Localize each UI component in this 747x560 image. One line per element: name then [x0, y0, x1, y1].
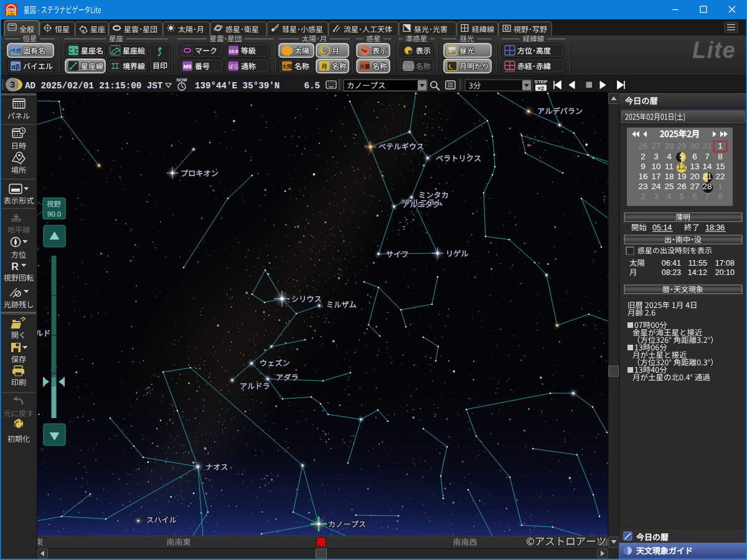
svg-text:20:10: 20:10: [715, 268, 735, 277]
svg-text:7: 7: [705, 152, 710, 161]
svg-text:3: 3: [10, 79, 15, 90]
svg-text:06:41: 06:41: [662, 259, 681, 268]
svg-text:1: 1: [718, 182, 723, 191]
svg-text:11: 11: [665, 162, 674, 171]
svg-text:05:14: 05:14: [652, 223, 672, 232]
svg-text:25: 25: [664, 182, 674, 191]
svg-text:Lite: Lite: [7, 12, 15, 16]
svg-text:7: 7: [705, 192, 710, 201]
svg-text:20: 20: [690, 172, 699, 181]
svg-text:11:55: 11:55: [688, 259, 707, 268]
svg-text:18: 18: [664, 172, 674, 181]
svg-text:19: 19: [677, 172, 686, 181]
svg-text:28: 28: [702, 182, 712, 191]
svg-text:26: 26: [677, 182, 686, 191]
svg-text:6: 6: [692, 192, 697, 201]
svg-text:M8: M8: [183, 63, 191, 70]
svg-text:26: 26: [638, 141, 647, 151]
svg-text:×2: ×2: [538, 85, 544, 91]
svg-text:29: 29: [677, 141, 686, 151]
svg-text:08:23: 08:23: [662, 268, 681, 277]
svg-text:13: 13: [690, 162, 699, 171]
svg-text:3: 3: [654, 192, 659, 201]
svg-text:5: 5: [679, 152, 684, 161]
svg-text:15: 15: [715, 162, 725, 171]
svg-text:3: 3: [654, 152, 659, 161]
svg-text:6.5: 6.5: [304, 81, 320, 91]
svg-text:6: 6: [692, 152, 697, 161]
svg-text:28: 28: [664, 141, 674, 151]
svg-text:17:08: 17:08: [715, 259, 735, 268]
svg-text:22: 22: [715, 172, 725, 181]
svg-text:Lite: Lite: [692, 37, 736, 63]
svg-text:27: 27: [651, 141, 660, 151]
svg-text:27: 27: [690, 182, 699, 191]
svg-text:R: R: [11, 261, 19, 272]
svg-text:2: 2: [641, 192, 646, 201]
svg-text:9: 9: [641, 162, 646, 171]
svg-text:10: 10: [651, 162, 660, 171]
svg-text:31: 31: [702, 141, 712, 151]
svg-text:16: 16: [638, 172, 647, 181]
svg-text:AD 2025/02/01 21:15:00 JST: AD 2025/02/01 21:15:00 JST: [25, 81, 163, 91]
svg-text:2000: 2000: [505, 68, 515, 73]
svg-text:NOW: NOW: [176, 78, 187, 82]
svg-text:STEP: STEP: [535, 79, 548, 85]
svg-text:8: 8: [718, 152, 723, 161]
svg-text:5: 5: [679, 192, 684, 201]
svg-text:8: 8: [718, 192, 723, 201]
svg-text:24: 24: [651, 182, 661, 191]
svg-text:4: 4: [667, 192, 672, 201]
svg-text:1: 1: [718, 141, 723, 151]
svg-text:αβ: αβ: [11, 63, 20, 70]
svg-text:17: 17: [651, 172, 660, 181]
svg-text:4: 4: [667, 152, 672, 161]
svg-text:14:12: 14:12: [688, 268, 707, 277]
svg-text:139°44'E 35°39'N: 139°44'E 35°39'N: [195, 81, 280, 91]
svg-text:18:36: 18:36: [705, 223, 725, 232]
svg-text:14: 14: [702, 162, 712, 171]
svg-text:90.0: 90.0: [47, 210, 61, 218]
svg-text:23: 23: [638, 182, 647, 191]
svg-text:10.0: 10.0: [228, 49, 238, 54]
svg-text:12: 12: [677, 162, 686, 171]
svg-text:21: 21: [702, 172, 712, 181]
svg-text:30: 30: [690, 141, 699, 151]
svg-text:2: 2: [641, 152, 646, 161]
